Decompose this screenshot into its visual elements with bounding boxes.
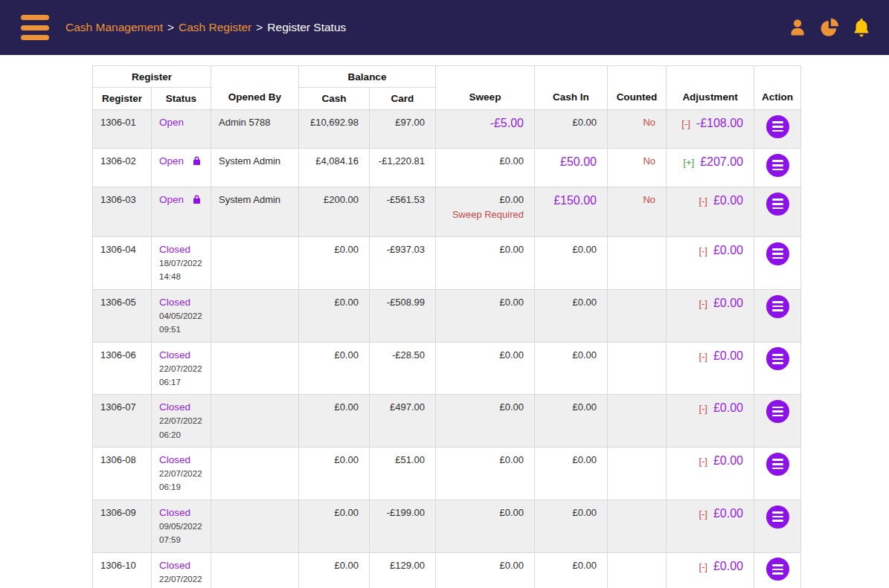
- cash-balance-value: £0.00: [299, 237, 370, 290]
- cash-balance-value: £200.00: [299, 187, 370, 237]
- column-group-register: Register: [93, 66, 211, 88]
- register-id: 1306-04: [93, 237, 152, 290]
- closed-time: 14:48: [159, 271, 203, 282]
- status-label: Open: [159, 194, 184, 205]
- counted-flag: [608, 395, 667, 448]
- cash-in-value: £0.00: [535, 500, 608, 552]
- sweep-value: £0.00: [443, 560, 524, 571]
- closed-date: 22/07/2022: [159, 468, 203, 479]
- row-actions-button[interactable]: [766, 115, 789, 138]
- cash-in-value: £0.00: [535, 110, 608, 149]
- card-balance-value: £97.00: [370, 110, 436, 149]
- top-navbar: Cash Management > Cash Register > Regist…: [0, 0, 889, 55]
- register-id: 1306-03: [93, 187, 152, 237]
- lock-icon: [191, 155, 202, 167]
- bell-icon[interactable]: [850, 16, 873, 39]
- row-actions-button[interactable]: [766, 295, 789, 318]
- closed-date: 22/07/2022: [159, 364, 203, 374]
- lock-icon: [191, 194, 202, 205]
- table-row: 1306-01 Open Admin 5788 £10,692.98 £97.0…: [93, 110, 801, 149]
- adjustment-sign: [-]: [699, 456, 707, 467]
- cash-in-value: £50.00: [535, 149, 608, 187]
- register-id: 1306-02: [93, 149, 152, 187]
- adjustment-amount: £207.00: [700, 155, 743, 168]
- sweep-value: £0.00: [443, 507, 524, 518]
- register-id: 1306-05: [93, 289, 152, 342]
- card-balance-value: £497.00: [370, 395, 436, 448]
- register-id: 1306-09: [93, 500, 152, 552]
- card-balance-value: -£199.00: [370, 500, 436, 552]
- status-label: Closed: [159, 454, 190, 465]
- menu-icon[interactable]: [21, 15, 49, 40]
- table-row: 1306-10 Closed 22/07/2022 06:18 £0.00 £1…: [93, 552, 801, 588]
- opened-by-value: [211, 552, 299, 588]
- card-balance-value: -£937.03: [370, 237, 436, 290]
- sweep-value: £0.00: [443, 297, 524, 308]
- cash-in-value: £0.00: [535, 289, 608, 342]
- cash-balance-value: £10,692.98: [299, 110, 370, 149]
- table-row: 1306-07 Closed 22/07/2022 06:20 £0.00 £4…: [93, 395, 801, 448]
- opened-by-value: Admin 5788: [211, 110, 299, 149]
- row-actions-button[interactable]: [766, 347, 789, 370]
- column-header-register: Register: [93, 88, 152, 110]
- breadcrumb-cash-register[interactable]: Cash Register: [179, 21, 251, 34]
- counted-flag: [608, 500, 667, 552]
- opened-by-value: [211, 342, 299, 395]
- register-id: 1306-08: [93, 448, 152, 500]
- adjustment-amount: £0.00: [713, 401, 743, 414]
- adjustment-sign: [-]: [699, 196, 707, 207]
- breadcrumb-separator: >: [256, 21, 263, 34]
- cash-balance-value: £0.00: [299, 552, 370, 588]
- sweep-value: £0.00: [443, 349, 524, 361]
- register-id: 1306-01: [93, 110, 152, 149]
- adjustment-sign: [-]: [699, 403, 707, 414]
- adjustment-sign: [+]: [683, 157, 694, 168]
- column-header-card: Card: [370, 88, 436, 110]
- row-actions-button[interactable]: [766, 154, 789, 177]
- closed-date: 04/05/2022: [159, 311, 203, 321]
- cash-in-value: £0.00: [535, 237, 608, 290]
- sweep-value: £0.00: [443, 194, 524, 205]
- opened-by-value: System Admin: [211, 187, 299, 237]
- counted-flag: [608, 448, 667, 500]
- card-balance-value: -£561.53: [370, 187, 436, 237]
- opened-by-value: System Admin: [211, 149, 299, 187]
- row-actions-button[interactable]: [766, 400, 789, 423]
- register-status-page: Register Opened By Balance Sweep Cash In…: [0, 55, 889, 588]
- adjustment-amount: £0.00: [713, 507, 743, 520]
- counted-flag: No: [608, 110, 667, 149]
- card-balance-value: -£1,220.81: [370, 149, 436, 187]
- opened-by-value: [211, 500, 299, 552]
- adjustment-amount: £0.00: [713, 194, 743, 207]
- user-icon[interactable]: [786, 16, 809, 39]
- closed-time: 07:59: [159, 534, 203, 545]
- row-actions-button[interactable]: [766, 558, 789, 581]
- card-balance-value: £51.00: [370, 448, 436, 500]
- breadcrumb-cash-management[interactable]: Cash Management: [65, 21, 163, 34]
- column-header-cash: Cash: [299, 88, 370, 110]
- row-actions-button[interactable]: [766, 193, 789, 216]
- adjustment-amount: £0.00: [713, 244, 743, 256]
- pie-chart-icon[interactable]: [818, 16, 841, 39]
- card-balance-value: -£508.99: [370, 289, 436, 342]
- opened-by-value: [211, 395, 299, 448]
- adjustment-amount: £0.00: [713, 349, 743, 362]
- counted-flag: No: [608, 149, 667, 187]
- cash-in-value: £150.00: [535, 187, 608, 237]
- row-actions-button[interactable]: [766, 453, 789, 476]
- sweep-value: £0.00: [443, 401, 524, 413]
- row-actions-button[interactable]: [766, 242, 789, 265]
- register-table-body: 1306-01 Open Admin 5788 £10,692.98 £97.0…: [93, 110, 801, 588]
- status-label: Closed: [159, 507, 190, 518]
- column-header-cash-in: Cash In: [535, 66, 608, 110]
- sweep-value: -£5.00: [443, 117, 524, 130]
- closed-date: 22/07/2022: [159, 574, 203, 584]
- cash-in-value: £0.00: [535, 342, 608, 395]
- register-id: 1306-07: [93, 395, 152, 448]
- breadcrumb-separator: >: [167, 21, 174, 34]
- row-actions-button[interactable]: [766, 505, 789, 529]
- cash-in-value: £0.00: [535, 448, 608, 500]
- closed-date: 18/07/2022: [159, 258, 203, 268]
- counted-flag: [608, 552, 667, 588]
- register-status-table: Register Opened By Balance Sweep Cash In…: [92, 65, 801, 588]
